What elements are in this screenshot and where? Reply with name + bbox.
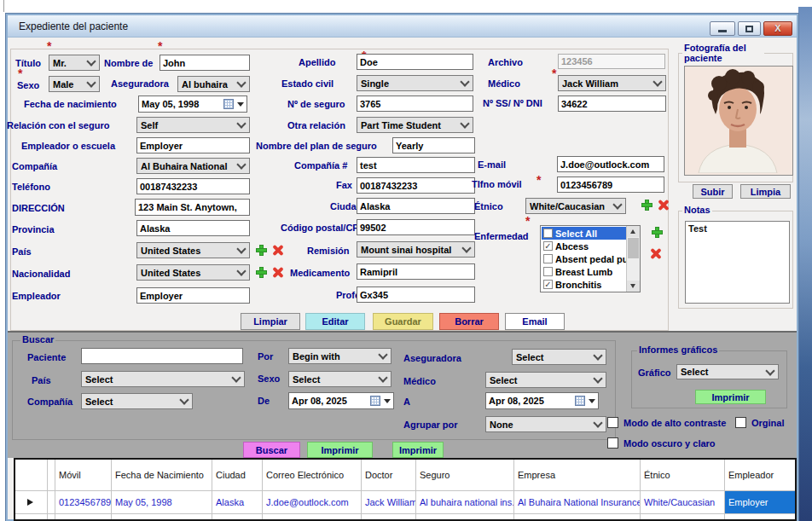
grid-cell[interactable]: Alaska (212, 491, 263, 513)
apellido-input[interactable]: Doe (357, 54, 473, 70)
grid-cell[interactable] (112, 514, 212, 521)
grid-cell[interactable] (641, 514, 725, 521)
grid-cell[interactable] (725, 514, 796, 521)
grid-cell[interactable]: Al buhaira national ins. (416, 491, 514, 513)
num-seguro-input[interactable]: 3765 (357, 96, 473, 112)
buscar-a-datepicker[interactable]: Apr 08, 2025 (485, 392, 599, 409)
subir-button[interactable]: Subir (693, 184, 733, 199)
email-input[interactable]: J.doe@outlock.com (557, 156, 664, 172)
enfermedad-listbox[interactable]: Select All✓AbcessAbsent pedal puBreast L… (540, 225, 641, 292)
etnico-select[interactable]: White/Caucasian (525, 198, 626, 214)
buscar-button[interactable]: Buscar (243, 442, 300, 458)
etnico-delete-icon[interactable] (658, 200, 669, 211)
tlfno-movil-input[interactable]: 0123456789 (557, 177, 664, 193)
informes-imprimir-button[interactable]: Imprimir (695, 390, 766, 404)
grid-cell[interactable]: White/Caucasian (641, 491, 725, 513)
maximize-button[interactable] (738, 21, 761, 36)
nombre-input[interactable]: John (160, 55, 250, 71)
grid-cell[interactable] (263, 514, 362, 521)
grafico-select[interactable]: Select (676, 364, 779, 379)
buscar-compania-select[interactable]: Select (81, 393, 193, 409)
etnico-add-icon[interactable] (641, 200, 652, 211)
grid-header-cell[interactable]: Móvil (55, 460, 112, 490)
row-marker-cell[interactable] (15, 491, 48, 513)
buscar-de-datepicker[interactable]: Apr 08, 2025 (288, 392, 394, 409)
alto-contraste-checkbox[interactable] (607, 417, 618, 428)
grid-cell[interactable] (212, 514, 263, 521)
grid-cell[interactable] (514, 514, 641, 521)
checkbox-icon[interactable]: ✓ (543, 280, 553, 289)
nacionalidad-select[interactable]: United States (136, 264, 250, 281)
email-button[interactable]: Email (505, 313, 565, 330)
agrupar-por-select[interactable]: None (485, 416, 606, 432)
empleador-input[interactable]: Employer (136, 287, 250, 304)
fecha-nacimiento-datepicker[interactable]: May 05, 1998 (138, 96, 247, 113)
limpiar-button[interactable]: Limpiar (241, 313, 300, 330)
pais-add-icon[interactable] (256, 245, 267, 256)
grid-cell[interactable]: Jack William (362, 491, 416, 513)
enfermedad-delete-icon[interactable] (650, 248, 661, 259)
orginal-checkbox[interactable] (735, 417, 746, 428)
borrar-button[interactable]: Borrar (439, 313, 499, 330)
scroll-down-icon[interactable] (627, 281, 640, 292)
grid-header-cell[interactable]: Ciudad (212, 460, 263, 490)
nacionalidad-add-icon[interactable] (256, 267, 267, 278)
buscar-pais-select[interactable]: Select (81, 371, 245, 387)
grid-header-cell[interactable]: Doctor (362, 460, 416, 490)
plan-seguro-input[interactable]: Yearly (392, 137, 475, 153)
guardar-button[interactable]: Guardar (373, 313, 433, 330)
buscar-paciente-input[interactable] (81, 348, 243, 364)
provincia-input[interactable]: Alaska (136, 220, 250, 236)
notas-textarea[interactable]: Test (685, 221, 790, 304)
checkbox-icon[interactable] (543, 229, 553, 238)
grid-cell[interactable] (48, 491, 55, 513)
checkbox-icon[interactable] (543, 254, 553, 263)
grid-cell[interactable] (55, 514, 112, 521)
buscar-por-select[interactable]: Begin with (288, 348, 392, 364)
buscar-sexo-select[interactable]: Select (288, 371, 392, 387)
grid-cell[interactable]: May 05, 1998 (112, 491, 212, 513)
otra-relacion-select[interactable]: Part Time Student (357, 117, 473, 133)
nacionalidad-delete-icon[interactable] (272, 267, 283, 278)
pais-select[interactable]: United States (136, 242, 250, 258)
nss-dni-input[interactable]: 34622 (558, 96, 666, 112)
telefono-input[interactable]: 00187432233 (136, 178, 250, 194)
codigo-postal-input[interactable]: 99502 (357, 219, 475, 235)
ciudad-input[interactable]: Alaska (357, 198, 475, 214)
listbox-scrollbar[interactable] (626, 226, 640, 292)
fax-input[interactable]: 00187432233 (357, 177, 475, 194)
close-button[interactable]: X (763, 21, 792, 36)
buscar-medico-select[interactable]: Select (485, 372, 606, 388)
imprimir-button-1[interactable]: Imprimir (307, 442, 373, 458)
titulo-select[interactable]: Mr. (49, 55, 100, 71)
aseguradora-select[interactable]: Al buhaira (177, 76, 250, 92)
grid-cell[interactable]: 0123456789 (55, 491, 112, 513)
grid-corner-cell[interactable] (15, 460, 48, 490)
estado-civil-select[interactable]: Single (357, 75, 473, 91)
grid-cell[interactable] (416, 514, 514, 521)
grid-cell[interactable] (15, 514, 48, 521)
grid-header-cell[interactable]: Fecha de Nacimiento (112, 460, 212, 490)
grid-cell[interactable] (362, 514, 416, 521)
grid-corner-cell[interactable] (48, 460, 55, 490)
relacion-seguro-select[interactable]: Self (136, 117, 250, 133)
checkbox-icon[interactable] (543, 267, 553, 276)
enfermedad-item[interactable]: ✓Abcess (542, 240, 626, 252)
editar-button[interactable]: Editar (305, 313, 365, 330)
grid-cell[interactable]: Al Buhaira National Insurance (514, 491, 641, 513)
direccion-input[interactable]: 123 Main St. Anytown, (135, 199, 250, 216)
grid-header-cell[interactable]: Empresa (514, 460, 641, 490)
remision-select[interactable]: Mount sinai hospital (357, 241, 475, 258)
imprimir-button-2[interactable]: Imprimir (392, 442, 444, 458)
grid-header-cell[interactable]: Seguro (416, 460, 514, 490)
medico-select[interactable]: Jack William (558, 75, 666, 91)
grid-header-cell[interactable]: Correo Electrónico (263, 460, 362, 490)
enfermedad-item[interactable]: Absent pedal pu (542, 252, 626, 265)
scrollbar-thumb[interactable] (628, 238, 639, 258)
profesion-input[interactable]: Gx345 (357, 287, 475, 303)
sexo-select[interactable]: Male (49, 76, 100, 92)
compania-select[interactable]: Al Buhaira National (136, 158, 250, 174)
pais-delete-icon[interactable] (272, 245, 283, 256)
grid-cell[interactable] (48, 514, 55, 521)
minimize-button[interactable] (710, 21, 735, 36)
